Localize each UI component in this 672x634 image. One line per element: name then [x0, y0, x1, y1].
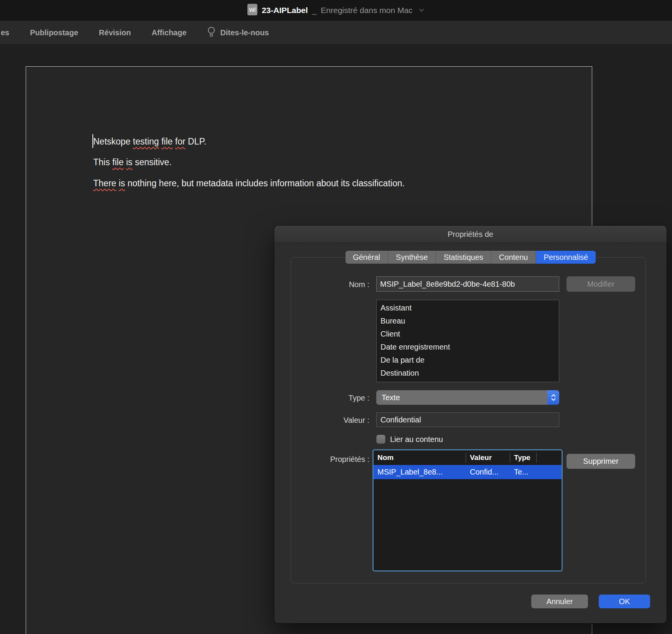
tell-me-control[interactable]: Dites-le-nous	[207, 26, 269, 40]
misspelled-word: There	[93, 178, 116, 188]
title-separator: _	[312, 6, 317, 15]
misspelled-word: is	[119, 178, 125, 188]
supprimer-button[interactable]: Supprimer	[567, 454, 635, 469]
tell-me-label: Dites-le-nous	[220, 28, 269, 37]
document-title: 23-AIPLabel	[262, 6, 308, 15]
properties-dialog: Propriétés de Général Synthèse Statistiq…	[274, 226, 667, 623]
standard-properties-list: Assistant Bureau Client Date enregistrem…	[376, 300, 559, 382]
modifier-button[interactable]: Modifier	[567, 276, 635, 292]
tab-contenu[interactable]: Contenu	[491, 251, 536, 264]
type-dropdown-value: Texte	[382, 393, 400, 402]
save-status: Enregistré dans mon Mac	[321, 6, 412, 15]
column-header-valeur[interactable]: Valeur	[466, 453, 510, 463]
column-header-filler	[537, 453, 562, 463]
table-header: Nom Valeur Type	[374, 450, 562, 465]
misspelled-word: file	[161, 136, 173, 146]
dialog-titlebar: Propriétés de	[274, 226, 667, 243]
valeur-label: Valeur :	[289, 416, 369, 425]
list-item[interactable]: Client	[377, 327, 559, 340]
list-item[interactable]: De la part de	[377, 353, 559, 366]
lier-au-contenu-label: Lier au contenu	[390, 435, 443, 444]
chevron-down-icon[interactable]	[418, 7, 425, 14]
list-item[interactable]: Assistant	[377, 301, 559, 314]
table-row-selected[interactable]: MSIP_Label_8e8... Confid... Te...	[374, 465, 562, 479]
cell-valeur: Confid...	[466, 468, 510, 476]
tab-personnalise[interactable]: Personnalisé	[536, 251, 596, 264]
misspelled-word: testing	[133, 136, 159, 146]
type-label: Type :	[289, 394, 369, 402]
misspelled-word: file	[112, 157, 124, 167]
tab-statistiques[interactable]: Statistiques	[436, 251, 491, 264]
valeur-input[interactable]	[376, 412, 559, 427]
misspelled-word: is	[126, 157, 133, 167]
dialog-title: Propriétés de	[448, 230, 493, 239]
type-dropdown[interactable]: Texte	[376, 390, 559, 405]
annuler-button[interactable]: Annuler	[531, 595, 588, 608]
word-doc-icon: W	[247, 4, 257, 17]
proprietes-label: Propriétés :	[289, 455, 369, 464]
ribbon-tab-bar: es Publipostage Révision Affichage Dites…	[0, 21, 672, 45]
ribbon-tab-affichage[interactable]: Affichage	[152, 28, 186, 37]
ribbon-tab-revision[interactable]: Révision	[99, 28, 131, 37]
dropdown-arrows-icon	[547, 390, 559, 405]
lightbulb-icon	[207, 26, 216, 40]
column-header-nom[interactable]: Nom	[374, 453, 466, 463]
list-item[interactable]: Date enregistrement	[377, 340, 559, 353]
cell-type: Te...	[510, 468, 537, 476]
ok-button[interactable]: OK	[599, 595, 650, 608]
list-item[interactable]: Destination	[377, 366, 559, 379]
app-titlebar: W 23-AIPLabel _ Enregistré dans mon Mac	[0, 0, 672, 21]
document-line: This file is sensitive.	[93, 156, 172, 168]
lier-au-contenu-checkbox[interactable]	[376, 435, 385, 444]
dialog-tab-bar: Général Synthèse Statistiques Contenu Pe…	[345, 251, 596, 264]
document-line: Netskope testing file for DLP.	[93, 135, 206, 148]
misspelled-word: for	[175, 136, 186, 146]
nom-input[interactable]	[376, 276, 559, 292]
list-item[interactable]: Bureau	[377, 314, 559, 327]
ribbon-tab-cut[interactable]: es	[1, 28, 9, 37]
column-header-type[interactable]: Type	[510, 453, 537, 463]
tab-synthese[interactable]: Synthèse	[388, 251, 436, 264]
tab-general[interactable]: Général	[345, 251, 388, 264]
nom-label: Nom :	[289, 280, 369, 289]
properties-table: Nom Valeur Type MSIP_Label_8e8... Confid…	[374, 450, 562, 570]
cell-nom: MSIP_Label_8e8...	[374, 468, 466, 476]
document-line: There is nothing here, but metadata incl…	[93, 177, 405, 189]
ribbon-tab-publipostage[interactable]: Publipostage	[30, 28, 78, 37]
